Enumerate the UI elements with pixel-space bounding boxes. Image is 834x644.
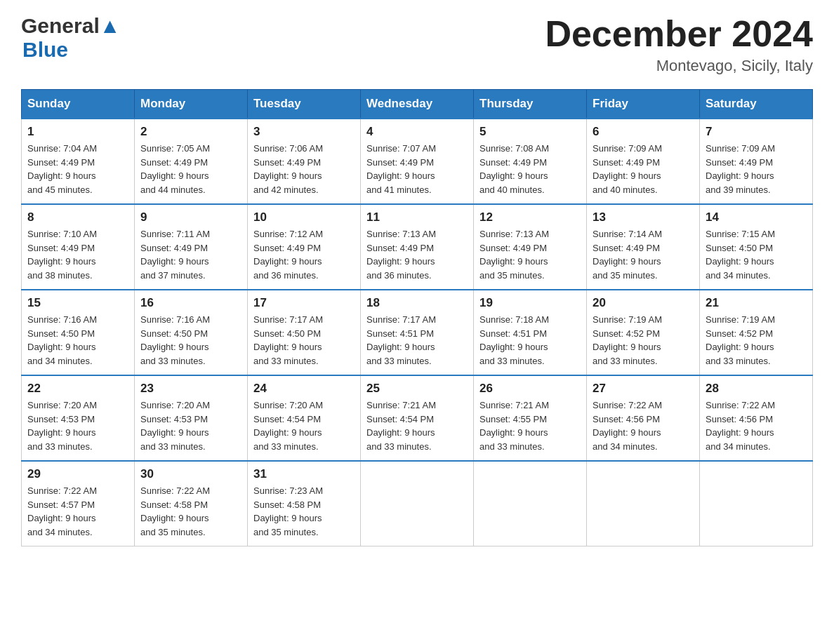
calendar-day: 28Sunrise: 7:22 AMSunset: 4:56 PMDayligh… [700,375,813,461]
day-info: Sunrise: 7:16 AMSunset: 4:50 PMDaylight:… [140,313,241,368]
calendar-day: 19Sunrise: 7:18 AMSunset: 4:51 PMDayligh… [474,290,587,375]
day-number: 26 [479,382,581,396]
day-number: 21 [706,296,807,310]
day-info: Sunrise: 7:04 AMSunset: 4:49 PMDaylight:… [27,142,128,196]
calendar-day: 20Sunrise: 7:19 AMSunset: 4:52 PMDayligh… [587,290,700,375]
day-number: 3 [253,125,355,139]
day-info: Sunrise: 7:08 AMSunset: 4:49 PMDaylight:… [479,142,581,196]
calendar-day: 10Sunrise: 7:12 AMSunset: 4:49 PMDayligh… [248,204,361,290]
day-info: Sunrise: 7:15 AMSunset: 4:50 PMDaylight:… [706,227,807,282]
day-number: 14 [706,210,807,224]
day-number: 1 [27,125,128,139]
calendar-day: 1Sunrise: 7:04 AMSunset: 4:49 PMDaylight… [22,119,135,204]
calendar-day: 22Sunrise: 7:20 AMSunset: 4:53 PMDayligh… [22,375,135,461]
calendar-day: 24Sunrise: 7:20 AMSunset: 4:54 PMDayligh… [248,375,361,461]
calendar-day: 13Sunrise: 7:14 AMSunset: 4:49 PMDayligh… [587,204,700,290]
day-number: 6 [593,125,694,139]
day-info: Sunrise: 7:13 AMSunset: 4:49 PMDaylight:… [479,227,581,282]
calendar-day: 23Sunrise: 7:20 AMSunset: 4:53 PMDayligh… [135,375,248,461]
day-info: Sunrise: 7:12 AMSunset: 4:49 PMDaylight:… [253,227,355,282]
day-number: 13 [593,210,694,224]
day-number: 16 [140,296,241,310]
day-header-saturday: Saturday [700,90,813,119]
day-number: 22 [27,382,128,396]
day-info: Sunrise: 7:10 AMSunset: 4:49 PMDaylight:… [27,227,128,282]
day-number: 28 [706,382,807,396]
day-number: 20 [593,296,694,310]
day-info: Sunrise: 7:11 AMSunset: 4:49 PMDaylight:… [140,227,241,282]
calendar-day: 6Sunrise: 7:09 AMSunset: 4:49 PMDaylight… [587,119,700,204]
calendar-week-row: 29Sunrise: 7:22 AMSunset: 4:57 PMDayligh… [22,461,813,546]
day-header-wednesday: Wednesday [361,90,474,119]
calendar-day: 9Sunrise: 7:11 AMSunset: 4:49 PMDaylight… [135,204,248,290]
page-header: General▲ Blue December 2024 Montevago, S… [21,14,813,75]
day-header-thursday: Thursday [474,90,587,119]
day-number: 11 [366,210,468,224]
day-number: 9 [140,210,241,224]
day-number: 2 [140,125,241,139]
day-info: Sunrise: 7:07 AMSunset: 4:49 PMDaylight:… [366,142,468,196]
calendar-day: 7Sunrise: 7:09 AMSunset: 4:49 PMDaylight… [700,119,813,204]
calendar-day: 14Sunrise: 7:15 AMSunset: 4:50 PMDayligh… [700,204,813,290]
day-info: Sunrise: 7:06 AMSunset: 4:49 PMDaylight:… [253,142,355,196]
day-info: Sunrise: 7:17 AMSunset: 4:50 PMDaylight:… [253,313,355,368]
calendar-day: 5Sunrise: 7:08 AMSunset: 4:49 PMDaylight… [474,119,587,204]
calendar-week-row: 22Sunrise: 7:20 AMSunset: 4:53 PMDayligh… [22,375,813,461]
calendar-day: 18Sunrise: 7:17 AMSunset: 4:51 PMDayligh… [361,290,474,375]
month-title: December 2024 [545,14,813,54]
day-number: 25 [366,382,468,396]
empty-cell [361,461,474,546]
day-info: Sunrise: 7:22 AMSunset: 4:56 PMDaylight:… [706,398,807,453]
day-header-tuesday: Tuesday [248,90,361,119]
day-number: 24 [253,382,355,396]
calendar-day: 29Sunrise: 7:22 AMSunset: 4:57 PMDayligh… [22,461,135,546]
title-area: December 2024 Montevago, Sicily, Italy [545,14,813,75]
logo-general-text: General▲ [21,14,120,38]
calendar-week-row: 1Sunrise: 7:04 AMSunset: 4:49 PMDaylight… [22,119,813,204]
day-info: Sunrise: 7:22 AMSunset: 4:58 PMDaylight:… [140,484,241,539]
day-info: Sunrise: 7:21 AMSunset: 4:54 PMDaylight:… [366,398,468,453]
day-info: Sunrise: 7:22 AMSunset: 4:57 PMDaylight:… [27,484,128,539]
calendar-day: 31Sunrise: 7:23 AMSunset: 4:58 PMDayligh… [248,461,361,546]
day-number: 10 [253,210,355,224]
day-number: 29 [27,467,128,481]
day-info: Sunrise: 7:20 AMSunset: 4:54 PMDaylight:… [253,398,355,453]
calendar-day: 30Sunrise: 7:22 AMSunset: 4:58 PMDayligh… [135,461,248,546]
day-info: Sunrise: 7:14 AMSunset: 4:49 PMDaylight:… [593,227,694,282]
day-info: Sunrise: 7:22 AMSunset: 4:56 PMDaylight:… [593,398,694,453]
day-number: 23 [140,382,241,396]
location: Montevago, Sicily, Italy [545,57,813,75]
day-info: Sunrise: 7:20 AMSunset: 4:53 PMDaylight:… [27,398,128,453]
day-number: 17 [253,296,355,310]
day-number: 4 [366,125,468,139]
day-number: 12 [479,210,581,224]
calendar-header-row: SundayMondayTuesdayWednesdayThursdayFrid… [22,90,813,119]
day-info: Sunrise: 7:20 AMSunset: 4:53 PMDaylight:… [140,398,241,453]
day-number: 15 [27,296,128,310]
day-info: Sunrise: 7:21 AMSunset: 4:55 PMDaylight:… [479,398,581,453]
calendar-week-row: 8Sunrise: 7:10 AMSunset: 4:49 PMDaylight… [22,204,813,290]
day-number: 5 [479,125,581,139]
day-info: Sunrise: 7:05 AMSunset: 4:49 PMDaylight:… [140,142,241,196]
empty-cell [587,461,700,546]
calendar-day: 16Sunrise: 7:16 AMSunset: 4:50 PMDayligh… [135,290,248,375]
logo-blue-text: Blue [22,38,68,61]
day-header-monday: Monday [135,90,248,119]
day-info: Sunrise: 7:09 AMSunset: 4:49 PMDaylight:… [593,142,694,196]
day-number: 19 [479,296,581,310]
day-number: 27 [593,382,694,396]
calendar-day: 15Sunrise: 7:16 AMSunset: 4:50 PMDayligh… [22,290,135,375]
day-number: 8 [27,210,128,224]
day-header-sunday: Sunday [22,90,135,119]
calendar-day: 4Sunrise: 7:07 AMSunset: 4:49 PMDaylight… [361,119,474,204]
logo: General▲ Blue [21,14,120,62]
day-info: Sunrise: 7:19 AMSunset: 4:52 PMDaylight:… [593,313,694,368]
calendar-day: 2Sunrise: 7:05 AMSunset: 4:49 PMDaylight… [135,119,248,204]
day-number: 31 [253,467,355,481]
calendar-day: 26Sunrise: 7:21 AMSunset: 4:55 PMDayligh… [474,375,587,461]
calendar-week-row: 15Sunrise: 7:16 AMSunset: 4:50 PMDayligh… [22,290,813,375]
day-info: Sunrise: 7:23 AMSunset: 4:58 PMDaylight:… [253,484,355,539]
calendar-day: 11Sunrise: 7:13 AMSunset: 4:49 PMDayligh… [361,204,474,290]
day-number: 7 [706,125,807,139]
day-number: 30 [140,467,241,481]
